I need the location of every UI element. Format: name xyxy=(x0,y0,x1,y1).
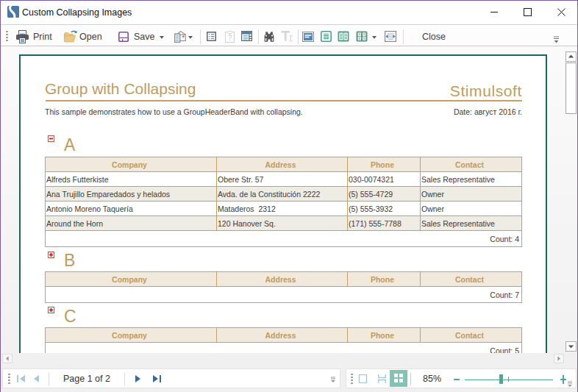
svg-text:?: ? xyxy=(228,34,232,42)
